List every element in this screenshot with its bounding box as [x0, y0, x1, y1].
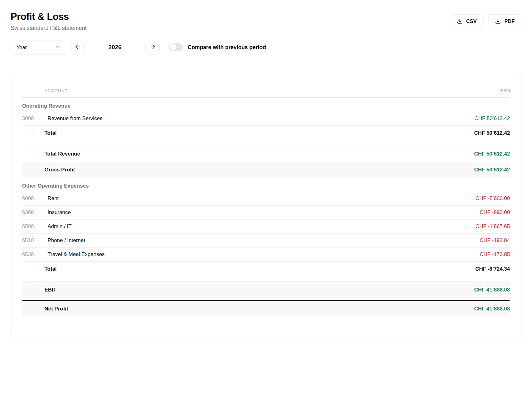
account-code: 6510 [22, 237, 48, 244]
row-label: Admin / IT [48, 223, 475, 230]
row-label: Gross Profit [44, 167, 474, 173]
table-header-row: ACCOUNT 2026 [22, 88, 510, 98]
title-block: Profit & Loss Swiss standard P&L stateme… [11, 11, 86, 31]
account-code: 6300 [22, 209, 48, 216]
table-row-6500: 6500Admin / ITCHF -1’867.65 [22, 220, 510, 234]
compare-toggle[interactable] [169, 43, 183, 51]
account-code: 6500 [22, 223, 48, 230]
period-type-value: Year [16, 44, 27, 50]
arrow-left-icon [74, 44, 81, 51]
row-label: Rent [48, 195, 475, 202]
page-subtitle: Swiss standard P&L statement [11, 25, 86, 31]
table-row-total: Total RevenueCHF 50’612.42 [22, 146, 510, 162]
amount-cell: CHF 41’888.08 [474, 306, 510, 312]
table-row-ebit: EBITCHF 41’888.08 [22, 282, 510, 298]
row-label: Net Profit [44, 306, 474, 312]
table-row-subtotal: TotalCHF -8’724.34 [22, 262, 510, 282]
next-period-button[interactable] [145, 40, 160, 54]
amount-cell: CHF 50’612.42 [474, 151, 510, 157]
account-code: 6000 [22, 195, 48, 202]
compare-toggle-wrap: Compare with previous period [169, 43, 266, 51]
export-csv-button[interactable]: CSV [450, 14, 484, 28]
row-label: Other Operating Expenses [22, 183, 510, 189]
export-pdf-label: PDF [504, 18, 515, 24]
amount-cell: CHF 50’612.42 [474, 130, 510, 136]
row-label: Phone / Internet [48, 237, 480, 244]
amount-cell: CHF -890.00 [480, 209, 510, 216]
chevron-down-icon [55, 44, 60, 51]
table-row-3000: 3000Revenue from ServicesCHF 50’612.42 [22, 112, 510, 126]
page-title: Profit & Loss [11, 11, 86, 22]
row-label: Travel & Meal Expenses [48, 251, 480, 258]
row-label: Revenue from Services [48, 115, 475, 122]
table-rows: Operating Revenue3000Revenue from Servic… [22, 98, 510, 317]
amount-cell: CHF -1’867.65 [475, 223, 510, 230]
export-buttons: CSV PDF [450, 14, 521, 28]
amount-cell: CHF -5’600.00 [475, 195, 510, 202]
table-row-section: Operating Revenue [22, 98, 510, 112]
toggle-knob [170, 44, 177, 51]
period-type-select[interactable]: Year [11, 40, 65, 54]
row-label: Total Revenue [44, 151, 474, 157]
account-code: 6530 [22, 251, 48, 258]
row-label: EBIT [44, 287, 474, 293]
period-column-header: 2026 [500, 88, 510, 93]
amount-cell: CHF 50’612.42 [474, 167, 510, 173]
download-icon [457, 18, 463, 24]
profit-loss-page: Profit & Loss Swiss standard P&L stateme… [11, 11, 521, 339]
account-column-header: ACCOUNT [44, 88, 68, 93]
row-label: Operating Revenue [22, 103, 510, 109]
download-icon [495, 18, 501, 24]
row-label: Insurance [48, 209, 480, 216]
table-row-subtotal: TotalCHF 50’612.42 [22, 126, 510, 146]
pnl-statement-card: ACCOUNT 2026 Operating Revenue3000Revenu… [11, 72, 521, 339]
row-label: Total [44, 130, 474, 136]
table-row-6000: 6000RentCHF -5’600.00 [22, 192, 510, 206]
amount-cell: CHF -173.85 [480, 251, 510, 258]
table-row-net: Net ProfitCHF 41’888.08 [22, 300, 510, 317]
previous-period-button[interactable] [70, 40, 85, 54]
export-csv-label: CSV [466, 18, 477, 24]
amount-cell: CHF -192.84 [480, 237, 510, 244]
amount-cell: CHF 41’888.08 [474, 287, 510, 293]
compare-toggle-label: Compare with previous period [188, 44, 266, 51]
table-row-6530: 6530Travel & Meal ExpensesCHF -173.85 [22, 248, 510, 262]
table-row-section: Other Operating Expenses [22, 178, 510, 192]
table-row-6300: 6300InsuranceCHF -890.00 [22, 206, 510, 220]
table-row-gross: Gross ProfitCHF 50’612.42 [22, 162, 510, 178]
row-label: Total [44, 266, 475, 272]
arrow-right-icon [149, 44, 156, 51]
page-header: Profit & Loss Swiss standard P&L stateme… [11, 11, 521, 31]
account-code: 3000 [22, 115, 48, 122]
export-pdf-button[interactable]: PDF [488, 14, 521, 28]
amount-cell: CHF -8’724.34 [475, 266, 510, 272]
current-period-value: 2026 [85, 44, 145, 51]
period-controls: Year 2026 Compare with previous period [11, 40, 521, 54]
table-row-6510: 6510Phone / InternetCHF -192.84 [22, 234, 510, 248]
amount-cell: CHF 50’612.42 [475, 115, 510, 122]
